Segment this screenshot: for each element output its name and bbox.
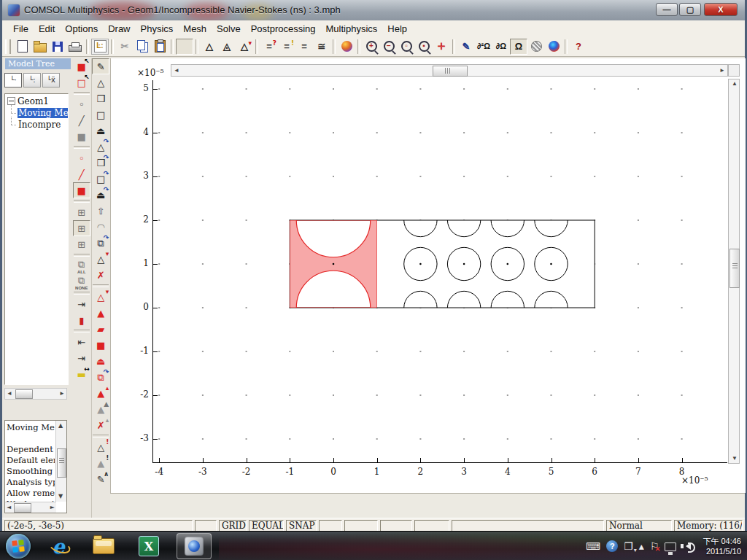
drawing-canvas[interactable]: ◄ ► ▲ ▼ ×10⁻⁵ ×10⁻⁵ -4-3-2-1012345678543… — [110, 58, 746, 493]
select-none-button[interactable]: ⧉NONE — [73, 274, 90, 290]
open-button[interactable] — [31, 39, 49, 55]
menu-multiphysics[interactable]: Multiphysics — [321, 22, 383, 36]
outline-warn-triangle-button[interactable]: △! — [92, 439, 109, 455]
solve-button[interactable] — [338, 39, 355, 55]
toggle-grid[interactable]: GRID — [219, 520, 247, 532]
draw-line-red-button[interactable]: ╱ — [73, 166, 90, 182]
menu-postprocessing[interactable]: Postprocessing — [246, 22, 321, 36]
draw-extrude-button[interactable]: ⏏ — [92, 122, 109, 139]
show-hidden-icons[interactable]: ▴ — [639, 541, 644, 551]
solid-extrude-button[interactable]: ⏏ — [92, 353, 109, 369]
mesh-refine-button[interactable]: ◬ — [218, 39, 236, 55]
gray-warn-triangle-button[interactable]: ▲! — [92, 455, 109, 471]
scroll-thumb[interactable] — [57, 448, 66, 478]
tree-view-2[interactable]: └: — [23, 73, 41, 88]
print-button[interactable] — [66, 39, 84, 55]
solid-polygon-button[interactable]: ▰ — [92, 321, 109, 337]
zoom-window-button[interactable]: ▫ — [398, 39, 415, 55]
model-tree-hscrollbar[interactable]: ◄ ► — [4, 388, 67, 400]
save-button[interactable] — [49, 39, 66, 55]
cut-button[interactable]: ✂ — [116, 39, 133, 55]
rotate-extrude-button[interactable]: ⏏↷ — [92, 187, 109, 203]
excel-button[interactable]: X — [131, 533, 166, 559]
close-button[interactable]: X — [704, 3, 738, 16]
delete-object-button[interactable]: ✗ — [92, 267, 109, 283]
solid-rectangle-button[interactable]: ■ — [92, 337, 109, 353]
zoom-out-button[interactable]: − — [380, 39, 398, 55]
title-bar[interactable]: COMSOL Multiphysics - Geom1/Incompressib… — [2, 0, 745, 21]
door-import-button[interactable]: ⇤ — [73, 334, 90, 350]
properties-list[interactable]: Moving MesDependent vDefault elemSmoothi… — [4, 420, 67, 513]
scroll-thumb[interactable] — [14, 503, 31, 513]
volume-tray-icon[interactable] — [682, 542, 691, 550]
scroll-right-arrow[interactable]: ► — [50, 502, 55, 513]
create-composite-button[interactable]: ■↖ — [73, 58, 90, 74]
zoom-in-button[interactable]: + — [363, 39, 380, 55]
transform-pair-button[interactable]: ⧉↷ — [92, 235, 109, 251]
scroll-up-arrow[interactable]: ▲ — [58, 421, 63, 431]
scroll-thumb[interactable] — [15, 389, 33, 399]
rotate-rectangle-button[interactable]: □↷ — [92, 171, 109, 187]
collapse-icon[interactable] — [7, 97, 15, 105]
internet-explorer-button[interactable]: e — [41, 533, 76, 559]
menu-file[interactable]: File — [8, 22, 34, 36]
delete-solid-button[interactable]: ✗▴ — [92, 417, 109, 433]
draw-triangle-button[interactable]: △ — [92, 74, 109, 90]
triangle-marker-button[interactable]: △▾ — [92, 251, 109, 267]
property-item[interactable]: Allow remes — [7, 488, 55, 499]
draw-mode-button[interactable]: ✎ — [457, 39, 475, 55]
network-tray-icon[interactable] — [665, 542, 676, 551]
paste-button[interactable] — [151, 39, 169, 55]
draw-line-button[interactable]: ╱ — [73, 112, 90, 128]
create-composite-outline-button[interactable]: □↖ — [73, 74, 90, 90]
taskbar-clock[interactable]: 下午 04:46 2011/5/10 — [698, 536, 741, 556]
model-tree-button[interactable]: Ŀ: — [91, 39, 109, 55]
solid-transform-button[interactable]: ⧉↷ — [92, 369, 109, 385]
draw-point-button[interactable]: ◦ — [73, 96, 90, 112]
zoom-extents-button[interactable]: ▪ — [415, 39, 433, 55]
physics-properties-button[interactable]: =? — [260, 39, 278, 55]
scroll-down-arrow[interactable]: ▼ — [58, 491, 63, 502]
help-tray-icon[interactable]: ? — [606, 540, 618, 552]
coord-system-3-button[interactable]: ⊞ — [73, 236, 90, 252]
select-all-button[interactable]: ⧉ALL — [73, 258, 90, 274]
property-item[interactable]: Default elem — [7, 455, 55, 466]
keyboard-tray-icon[interactable]: ⌨ — [586, 541, 600, 551]
embed-object-button[interactable]: ⇥ — [73, 296, 90, 312]
minimize-button[interactable]: — — [656, 3, 678, 16]
property-item[interactable]: Smoothing m — [7, 466, 55, 477]
property-item[interactable]: Moving Mes — [7, 422, 55, 433]
menu-help[interactable]: Help — [382, 22, 412, 36]
postprocessing-mode-button[interactable] — [545, 39, 562, 55]
properties-vscrollbar[interactable]: ▲ ▼ — [55, 421, 66, 502]
copy-button[interactable] — [133, 39, 151, 55]
tree-item-moving-me[interactable]: Moving Me — [5, 108, 68, 118]
pan-button[interactable]: ✛ — [433, 39, 450, 55]
scroll-left-arrow[interactable]: ◄ — [7, 389, 12, 399]
thermometer-tool-button[interactable]: ▮ — [73, 312, 90, 328]
rotate-triangle-button[interactable]: △↷ — [92, 139, 109, 155]
tree-view-1[interactable]: └· — [4, 73, 22, 88]
menu-draw[interactable]: Draw — [103, 22, 135, 36]
update-model-button[interactable]: ≅ — [313, 39, 330, 55]
new-button[interactable] — [14, 39, 31, 55]
geometry-plot[interactable] — [111, 58, 746, 493]
menu-physics[interactable]: Physics — [136, 22, 179, 36]
draw-point-red-button[interactable]: ◦ — [73, 150, 90, 166]
property-item[interactable] — [7, 433, 55, 444]
toolbar-grip[interactable] — [5, 39, 11, 54]
measure-ruler-button[interactable]: ▬↔ — [73, 366, 90, 382]
model-tree[interactable]: Geom1Moving MeIncompre — [4, 93, 69, 385]
comsol-button[interactable] — [177, 533, 212, 559]
toggle-equal[interactable]: EQUAL — [249, 520, 284, 532]
revolve-arc-button[interactable]: ◠ — [92, 219, 109, 235]
mesh-init-button[interactable]: △ — [201, 39, 218, 55]
property-item[interactable]: Analysis typ — [7, 477, 55, 488]
tree-view-3[interactable]: └ẍ — [42, 73, 60, 88]
file-explorer-button[interactable] — [86, 533, 121, 559]
select-button[interactable] — [176, 39, 193, 55]
physics-equation-button[interactable]: =! — [278, 39, 295, 55]
menu-mesh[interactable]: Mesh — [178, 22, 212, 36]
array-copy-button[interactable]: ⇧ — [92, 203, 109, 219]
menu-solve[interactable]: Solve — [212, 22, 246, 36]
